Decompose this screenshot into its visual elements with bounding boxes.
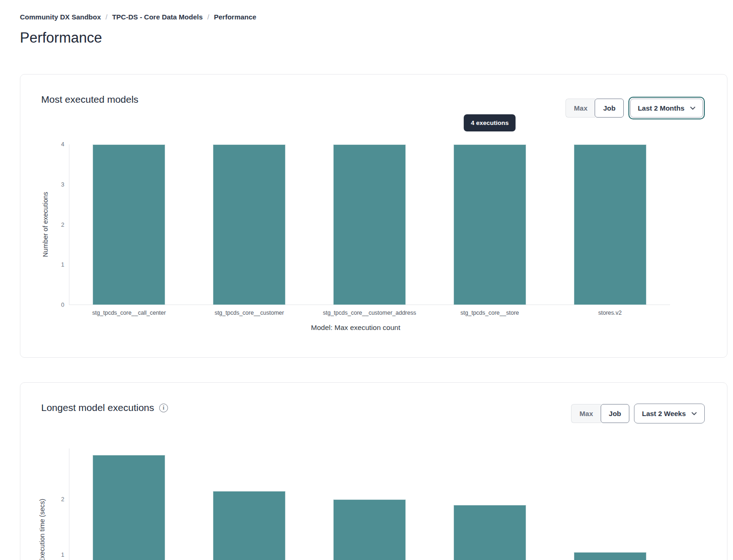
y-tick-label: 2 [46,222,64,228]
x-tick-label: stg_tpcds_core__call_center [69,310,189,316]
breadcrumb-item-current: Performance [214,13,256,21]
x-tick-label: stg_tpcds_core__customer [189,310,310,316]
bar-series-1[interactable] [213,491,286,560]
y-tick-label: 4 [46,141,64,148]
bar-stores.v2[interactable] [574,144,646,305]
y-axis-title: Execution time (secs) [38,499,46,560]
most-executed-models-chart: Number of executions Model: Max executio… [20,75,727,357]
page-title: Performance [20,30,102,46]
y-tick-label: 2 [46,496,64,503]
x-tick-label: stg_tpcds_core__store [429,310,550,316]
bar-stg_tpcds_core__call_center[interactable] [93,144,165,305]
y-tick-label: 1 [46,261,64,268]
y-tick-label: 0 [46,302,64,308]
breadcrumb-item-project[interactable]: Community DX Sandbox [20,13,101,21]
breadcrumb: Community DX Sandbox / TPC-DS - Core Dat… [20,13,256,21]
breadcrumb-separator: / [106,13,107,21]
bar-series-3[interactable] [453,505,526,560]
bar-series-0[interactable] [93,455,165,560]
bar-stg_tpcds_core__store[interactable] [453,144,526,305]
x-tick-label: stores.v2 [550,310,670,316]
bar-series-2[interactable] [333,499,406,560]
longest-model-executions-chart: Execution time (secs) 12 [20,383,727,560]
bar-stg_tpcds_core__customer_address[interactable] [333,144,406,305]
most-executed-models-card: Most executed models Max Job Last 2 Mont… [20,74,727,358]
x-tick-label: stg_tpcds_core__customer_address [310,310,430,316]
longest-model-executions-card: Longest model executions i Max Job Last … [20,382,727,560]
breadcrumb-separator: / [207,13,209,21]
breadcrumb-item-models[interactable]: TPC-DS - Core Data Models [112,13,203,21]
y-tick-label: 1 [46,552,64,558]
bar-series-4[interactable] [574,552,646,560]
y-tick-label: 3 [46,181,64,188]
bar-stg_tpcds_core__customer[interactable] [213,144,286,305]
x-axis-title: Model: Max execution count [41,324,670,332]
